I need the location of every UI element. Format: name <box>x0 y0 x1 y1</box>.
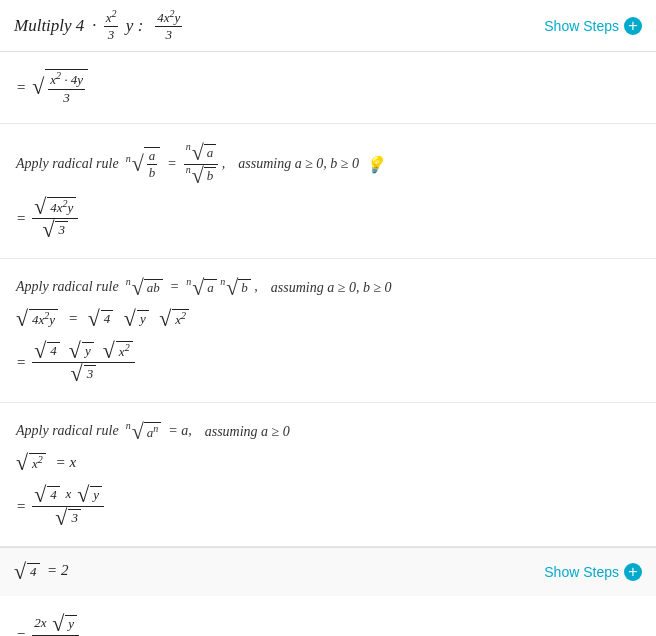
step-2-fraction: √ 4 √ y √ x2 √ <box>32 340 135 385</box>
step-2-result-line: = √ 4 √ y √ x2 <box>16 335 640 390</box>
step-3-subline: √ x2 = x <box>16 447 640 479</box>
step-3-eq: = x <box>52 454 76 471</box>
header-bar: Multiply 4 · x2 3 y : 4x2y 3 Show Steps … <box>0 0 656 52</box>
title-result-denom: 3 <box>164 27 175 43</box>
final-fraction: 2x √ y √ 3 <box>32 613 79 636</box>
sqrt-symbol-0: √ <box>32 76 44 98</box>
show-steps-button-top[interactable]: Show Steps + <box>544 17 642 35</box>
s0-denom: 3 <box>61 90 72 106</box>
equals-sign-1: = <box>16 210 26 227</box>
step-3-fraction: √ 4 x √ y √ 3 <box>32 484 104 529</box>
step-3-lhs: √ x2 <box>16 452 46 474</box>
step-2-eq: = <box>64 310 82 327</box>
step-3-rule-text: Apply radical rule n √ an = a, <box>16 421 199 443</box>
title-prefix: Multiply 4 · <box>14 16 100 36</box>
s0-numer: x2 · 4y <box>48 70 85 89</box>
step-3-rule: Apply radical rule n √ an = a, assuming … <box>16 415 640 447</box>
step-3-numer: √ 4 x √ y <box>32 484 104 507</box>
step-1-line: = √ 4x2y √ 3 <box>16 191 640 246</box>
step-3-result-line: = √ 4 x √ y √ 3 <box>16 479 640 534</box>
step-2-rule: Apply radical rule n √ ab = n √ a n √ b <box>16 271 640 303</box>
step-2-lhs: √ 4x2y <box>16 308 58 330</box>
step-2-rhs: √ 4 √ y √ x2 <box>88 308 189 330</box>
bottom-sqrt4: √ 4 = 2 <box>14 556 68 588</box>
step-3-section: Apply radical rule n √ an = a, assuming … <box>0 403 656 547</box>
plus-circle-icon-top: + <box>624 17 642 35</box>
main-content: = √ x2 · 4y 3 Apply radical rule n √ <box>0 52 656 636</box>
step-0-line: = √ x2 · 4y 3 <box>16 64 640 110</box>
step-2-numer: √ 4 √ y √ x2 <box>32 340 135 363</box>
final-section: = 2x √ y √ 3 <box>0 596 656 636</box>
bottom-sqrt4-expr: √ 4 = 2 <box>14 561 68 583</box>
step-1-fraction: √ 4x2y √ 3 <box>32 196 78 241</box>
sqrt-wrap-0: √ x2 · 4y 3 <box>32 69 88 105</box>
step-1-assuming: assuming a ≥ 0, b ≥ 0 <box>238 156 359 172</box>
title-y: y : <box>122 16 143 36</box>
title-frac-denom: 3 <box>106 27 117 43</box>
final-equals: = <box>16 627 26 636</box>
title-result-numer: 4x2y <box>155 8 182 27</box>
title-result: 4x2y 3 <box>155 8 182 43</box>
final-line: = 2x √ y √ 3 <box>16 608 640 636</box>
step-2-assuming: assuming a ≥ 0, b ≥ 0 <box>271 280 392 296</box>
step-2-denom: √ 3 <box>69 363 99 385</box>
step-3-assuming: assuming a ≥ 0 <box>205 424 290 440</box>
equals-sign-2: = <box>16 354 26 371</box>
title-fraction: x2 3 <box>104 8 119 43</box>
step-1-rule: Apply radical rule n √ a b = <box>16 136 640 191</box>
lightbulb-icon-1: 💡 <box>365 155 385 174</box>
step-3-denom: √ 3 <box>53 507 83 529</box>
step-2-rule-text: Apply radical rule n √ ab = n √ a n √ b <box>16 277 265 299</box>
step-1-section: Apply radical rule n √ a b = <box>0 124 656 259</box>
bottom-bar: √ 4 = 2 Show Steps + <box>0 547 656 596</box>
step-2-subline: √ 4x2y = √ 4 √ y √ x2 <box>16 303 640 335</box>
step-1-denom: √ 3 <box>40 219 70 241</box>
show-steps-label-top: Show Steps <box>544 18 619 34</box>
title-frac-numer: x2 <box>104 8 119 27</box>
sqrt-content-0: x2 · 4y 3 <box>45 69 88 105</box>
equals-sign-3: = <box>16 498 26 515</box>
final-numer: 2x √ y <box>32 613 79 636</box>
equals-sign-0: = <box>16 79 26 96</box>
step-0-section: = √ x2 · 4y 3 <box>0 52 656 123</box>
step-1-numer: √ 4x2y <box>32 196 78 219</box>
show-steps-label-bottom: Show Steps <box>544 564 619 580</box>
plus-circle-icon-bottom: + <box>624 563 642 581</box>
problem-title: Multiply 4 · x2 3 y : 4x2y 3 <box>14 8 182 43</box>
step-2-section: Apply radical rule n √ ab = n √ a n √ b <box>0 259 656 403</box>
step-1-rule-text: Apply radical rule n √ a b = <box>16 142 232 187</box>
show-steps-button-bottom[interactable]: Show Steps + <box>544 563 642 581</box>
